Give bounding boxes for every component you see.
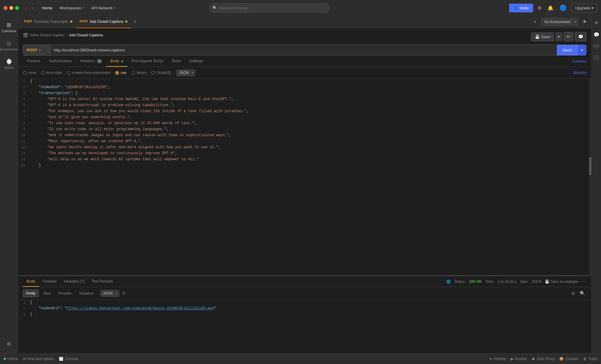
headers-badge: 8: [97, 59, 102, 63]
json-type-selector[interactable]: JSON: [176, 69, 195, 76]
close-button[interactable]: [4, 6, 8, 10]
history-icon: ⌚: [6, 58, 12, 65]
sidebar: ⊞ Collections ◎ Environments ⌚ History ⊕: [0, 16, 18, 353]
editor-scrollbar[interactable]: [589, 79, 591, 275]
breadcrumb-parent[interactable]: Video Closed Caption: [30, 33, 65, 37]
method-selector[interactable]: POST ▾: [23, 45, 50, 55]
search-input[interactable]: [209, 3, 330, 13]
tab-headers[interactable]: Headers 8: [76, 56, 106, 67]
right-panel-code-icon[interactable]: </>: [592, 41, 601, 51]
tab-settings[interactable]: Settings: [185, 56, 207, 67]
tab-generate-transcription[interactable]: POST Generate Transcriptic: [20, 16, 76, 28]
cookies-statusbar-item[interactable]: 🍪 Cookies: [559, 357, 578, 361]
tab-add-closed-captions[interactable]: POST Add Closed Captions: [76, 16, 131, 28]
resp-json-wrapper: JSON ▾: [100, 290, 119, 297]
format-raw-button[interactable]: Raw: [40, 289, 54, 297]
code-line: 10 "And it understands images as input a…: [18, 133, 591, 139]
send-button[interactable]: Send: [557, 45, 578, 55]
format-visualize-button[interactable]: Visualize: [76, 289, 97, 297]
resp-tab-body[interactable]: Body: [23, 276, 39, 287]
beautify-button[interactable]: Beautify: [574, 71, 587, 75]
resp-tab-headers[interactable]: Headers (7): [60, 276, 88, 287]
radio-form-data: [41, 71, 45, 75]
search-response-button[interactable]: 🔍: [578, 289, 587, 297]
option-graphql[interactable]: GraphQL: [151, 71, 171, 75]
start-proxy-item[interactable]: ⏺ Start Proxy: [532, 357, 554, 361]
format-preview-button[interactable]: Preview: [55, 289, 75, 297]
code-line: 5 "GPT-4 is a breakthrough in problem-so…: [18, 103, 591, 109]
right-panel-env-icon[interactable]: 👁: [593, 18, 600, 28]
line-number: 9: [18, 127, 30, 132]
avatar-icon[interactable]: 🔵: [558, 3, 569, 13]
tab-params[interactable]: Params: [23, 56, 45, 67]
editor-scrollbar-thumb[interactable]: [589, 157, 591, 175]
invite-button[interactable]: 👤 Invite: [509, 4, 533, 12]
option-binary[interactable]: binary: [131, 71, 147, 75]
response-body[interactable]: 1{2 "videoUrl": "https://videos.bannerbe…: [18, 300, 591, 318]
line-number: 8: [18, 121, 30, 126]
code-editor[interactable]: 1{2 "videoUid": "yQ1WRx8r1AlLoZql05",3 "…: [18, 79, 591, 275]
response-meta: 🌐 Status: 200 OK Time: 1 m 10.32 s Size:…: [446, 279, 587, 284]
env-selector-wrapper: No Environment ▾: [539, 18, 578, 26]
collections-label: Collections: [2, 29, 16, 33]
copy-response-button[interactable]: ⧉: [570, 289, 576, 297]
sidebar-item-history[interactable]: ⌚ History: [1, 55, 17, 72]
resp-tab-cookies[interactable]: Cookies: [39, 276, 60, 287]
line-number: 7: [18, 115, 30, 120]
cookies-link[interactable]: Cookies: [572, 59, 587, 63]
console-item[interactable]: ⬜ Console: [59, 357, 78, 361]
tab2-method: POST: [80, 20, 88, 23]
save-dropdown-button[interactable]: ▾: [555, 32, 562, 41]
api-network-nav[interactable]: API Network ▾: [88, 4, 118, 12]
notifications-icon[interactable]: 🔔: [546, 4, 555, 12]
tabs-dropdown-button[interactable]: ▾: [532, 18, 539, 25]
upgrade-button[interactable]: Upgrade ▾: [571, 3, 597, 13]
line-content: "It can also read, analyze, or generate …: [30, 121, 591, 125]
back-button[interactable]: ‹: [24, 4, 29, 12]
postbot-item[interactable]: ✦ Postbot: [489, 357, 506, 361]
comment-button[interactable]: 💬: [575, 32, 587, 41]
save-button[interactable]: 💾 Save: [531, 32, 554, 41]
find-replace-item[interactable]: ⇄ Find and replace: [23, 357, 54, 361]
home-nav[interactable]: Home: [39, 4, 56, 12]
filter-icon[interactable]: ≡: [122, 291, 125, 296]
edit-button[interactable]: ✏: [563, 32, 574, 41]
right-panel-info-icon[interactable]: ⓘ: [593, 53, 600, 64]
statusbar-right: ✦ Postbot ▶ Runner ⏺ Start Proxy 🍪 Cooki…: [489, 357, 597, 361]
option-urlencoded[interactable]: x-www-form-urlencoded: [67, 71, 110, 75]
format-pretty-button[interactable]: Pretty: [23, 289, 39, 297]
forward-button[interactable]: ›: [30, 4, 35, 12]
fullscreen-button[interactable]: [15, 6, 19, 10]
workspaces-nav[interactable]: Workspaces ▾: [56, 4, 87, 12]
status-label: Status:: [454, 280, 465, 284]
resp-json-selector[interactable]: JSON: [100, 290, 119, 297]
tab-authorization[interactable]: Authorization: [45, 56, 76, 67]
code-line: 14 "will help us as we work towards AI s…: [18, 157, 591, 163]
option-raw[interactable]: raw: [115, 71, 126, 75]
sidebar-item-environments[interactable]: ◎ Environments: [1, 37, 17, 54]
more-button[interactable]: ⋯: [582, 279, 587, 284]
environment-selector[interactable]: No Environment: [541, 18, 578, 26]
find-replace-icon: ⇄: [23, 357, 26, 361]
trash-item[interactable]: 🗑 Trash: [583, 357, 597, 361]
url-input[interactable]: [50, 45, 557, 55]
code-line: 13 "The methods we've developed to conti…: [18, 151, 591, 157]
sidebar-item-new[interactable]: ⊕: [1, 338, 17, 350]
option-form-data[interactable]: form-data: [41, 71, 62, 75]
save-example-button[interactable]: 💾 Save as example: [545, 280, 578, 284]
tab-pre-request[interactable]: Pre-request Script: [127, 56, 167, 67]
line-number: 10: [18, 133, 30, 138]
runner-item[interactable]: ▶ Runner: [511, 357, 527, 361]
sidebar-item-collections[interactable]: ⊞ Collections: [1, 19, 17, 36]
settings-icon[interactable]: ⚙: [535, 4, 543, 12]
option-none[interactable]: none: [23, 71, 36, 75]
right-panel-comment-icon[interactable]: 💬: [592, 29, 601, 40]
resp-tab-test-results[interactable]: Test Results: [88, 276, 117, 287]
tab-tests[interactable]: Tests: [167, 56, 185, 67]
line-number: 1: [18, 79, 30, 84]
add-tab-button[interactable]: +: [131, 19, 139, 25]
minimize-button[interactable]: [9, 6, 13, 10]
send-dropdown-button[interactable]: ▾: [578, 45, 586, 55]
tab-body[interactable]: Body: [106, 56, 127, 67]
environment-edit-icon[interactable]: 👁: [581, 18, 589, 26]
